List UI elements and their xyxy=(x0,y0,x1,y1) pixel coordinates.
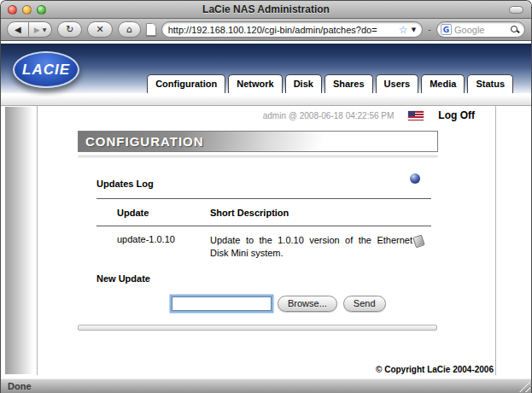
status-text: Done xyxy=(8,381,32,391)
page-proxy-icon[interactable] xyxy=(146,23,156,36)
window-title: LaCie NAS Administration xyxy=(1,3,531,15)
stop-icon: ✕ xyxy=(96,24,103,35)
column-header-description: Short Description xyxy=(210,208,412,218)
history-dropdown-icon: ▼ xyxy=(43,26,47,32)
sub-header-bar xyxy=(1,97,531,106)
back-icon: ◀ xyxy=(15,25,21,34)
column-header-update: Update xyxy=(96,208,210,218)
forward-button[interactable]: ▶ ▼ xyxy=(29,21,53,38)
new-update-title: New Update xyxy=(96,273,431,284)
bottom-separator-bar xyxy=(78,325,437,331)
session-user-info: admin @ 2008-06-18 04:22:56 PM xyxy=(263,111,395,120)
toolbar-toggle-button[interactable] xyxy=(509,6,523,14)
updates-log-header: Updates Log xyxy=(96,175,431,191)
update-file-input[interactable] xyxy=(172,296,272,311)
tab-status[interactable]: Status xyxy=(467,74,513,93)
upload-form: Browse... Send xyxy=(172,296,431,312)
browser-window: LaCie NAS Administration ◀ ▶ ▼ ↻ ✕ ⌂ ☆ ▼ xyxy=(0,0,532,393)
tab-media[interactable]: Media xyxy=(421,74,465,93)
copyright-text: © Copyright LaCie 2004-2006 xyxy=(376,365,494,374)
nav-tabs: Configuration Network Disk Shares Users … xyxy=(147,74,513,93)
resize-grip[interactable] xyxy=(519,381,530,392)
title-bar: LaCie NAS Administration xyxy=(1,1,531,19)
content-inner: Updates Log Update Short Description upd… xyxy=(96,175,431,312)
address-bar[interactable]: ☆ ▼ xyxy=(161,21,423,38)
nav-cluster: ◀ ▶ ▼ xyxy=(7,21,52,38)
url-dropdown-icon[interactable]: ▼ xyxy=(412,26,416,33)
url-input[interactable] xyxy=(168,25,395,35)
tab-configuration[interactable]: Configuration xyxy=(147,74,225,93)
back-button[interactable]: ◀ xyxy=(7,21,29,38)
tab-disk[interactable]: Disk xyxy=(285,74,322,93)
toolbar-separator: - xyxy=(428,24,431,35)
language-flag-icon[interactable] xyxy=(408,111,424,120)
page-viewport: LACIE Configuration Network Disk Shares … xyxy=(1,42,531,378)
tab-network[interactable]: Network xyxy=(228,74,282,93)
table-header-row: Update Short Description xyxy=(96,208,431,218)
divider xyxy=(96,198,431,199)
home-button[interactable]: ⌂ xyxy=(118,21,141,38)
search-icon[interactable] xyxy=(511,26,519,34)
update-description-cell: Update to the 1.0.10 version of the Ethe… xyxy=(210,234,412,260)
browser-toolbar: ◀ ▶ ▼ ↻ ✕ ⌂ ☆ ▼ - G xyxy=(1,19,531,41)
reload-button[interactable]: ↻ xyxy=(57,21,82,38)
bookmark-star-icon[interactable]: ☆ xyxy=(399,25,408,35)
status-bar: Done xyxy=(1,378,531,393)
left-shadow-band xyxy=(5,107,33,374)
lacie-logo: LACIE xyxy=(13,51,79,88)
site-header: LACIE Configuration Network Disk Shares … xyxy=(1,44,531,95)
log-off-link[interactable]: Log Off xyxy=(438,109,475,121)
lacie-logo-text: LACIE xyxy=(22,62,70,79)
banner-underline xyxy=(78,155,438,158)
search-bar[interactable]: G xyxy=(436,21,525,38)
updates-log-title: Updates Log xyxy=(96,179,154,189)
main-content: admin @ 2008-06-18 04:22:56 PM Log Off C… xyxy=(37,106,496,375)
google-logo-icon[interactable]: G xyxy=(441,24,452,35)
tab-shares[interactable]: Shares xyxy=(324,74,373,93)
page-title: CONFIGURATION xyxy=(78,131,438,152)
forward-icon: ▶ xyxy=(34,26,40,34)
reload-icon: ↻ xyxy=(66,24,73,35)
update-name-cell: update-1.0.10 xyxy=(96,234,210,260)
send-button[interactable]: Send xyxy=(343,296,386,312)
sphere-icon xyxy=(410,173,420,184)
search-input[interactable] xyxy=(454,25,508,35)
browse-button[interactable]: Browse... xyxy=(278,296,337,312)
install-update-icon[interactable] xyxy=(412,235,424,249)
tab-users[interactable]: Users xyxy=(376,74,419,93)
home-icon: ⌂ xyxy=(126,24,132,35)
session-row: admin @ 2008-06-18 04:22:56 PM Log Off xyxy=(38,109,495,121)
stop-button[interactable]: ✕ xyxy=(87,21,112,38)
divider xyxy=(96,226,431,226)
table-row: update-1.0.10 Update to the 1.0.10 versi… xyxy=(96,234,431,260)
